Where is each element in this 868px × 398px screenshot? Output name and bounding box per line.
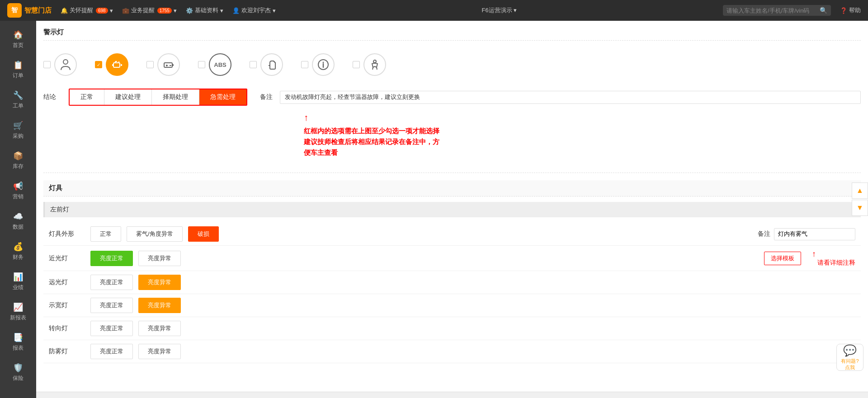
care-badge: 698 bbox=[96, 8, 108, 14]
warning-icon-oil[interactable] bbox=[250, 53, 283, 76]
btn-urgent-handle[interactable]: 急需处理 bbox=[199, 89, 246, 105]
btn-low-beam-normal[interactable]: 亮度正常 bbox=[90, 251, 133, 266]
sidebar-item-purchase[interactable]: 🛒 采购 bbox=[0, 116, 36, 145]
nav-basic-data[interactable]: ⚙️ 基础资料 ▾ bbox=[186, 6, 223, 14]
home-icon: 🏠 bbox=[13, 30, 23, 40]
question-icon: ❓ bbox=[840, 7, 847, 14]
btn-exterior-foggy[interactable]: 雾气/角度异常 bbox=[127, 226, 183, 242]
f6-selector[interactable]: F6运营演示 ▾ bbox=[482, 6, 517, 14]
btn-low-beam-abnormal[interactable]: 亮度异常 bbox=[138, 251, 181, 266]
high-beam-label: 远光灯 bbox=[49, 278, 85, 286]
annotation-text: 红框内的选项需在上图至少勾选一项才能选择 建议技师检查后将相应结果记录在备注中，… bbox=[304, 126, 439, 158]
svg-line-17 bbox=[373, 67, 373, 70]
checkbox-engine[interactable]: ✓ bbox=[95, 61, 102, 68]
checkbox-abs[interactable] bbox=[198, 61, 205, 68]
nav-business-reminder[interactable]: 💼 业务提醒 1755 ▾ bbox=[122, 6, 177, 14]
nav-care-reminder[interactable]: 🔔 关怀提醒 698 ▾ bbox=[61, 6, 113, 14]
sidebar-item-orders[interactable]: 📋 订单 bbox=[0, 56, 36, 84]
select-template-button[interactable]: 选择模板 bbox=[764, 252, 801, 265]
svg-point-16 bbox=[373, 60, 376, 63]
sidebar-item-performance[interactable]: 📊 业绩 bbox=[0, 267, 36, 296]
app-name: 智慧门店 bbox=[24, 6, 52, 15]
conclusion-label: 结论 bbox=[43, 93, 61, 101]
main-content: 警示灯 ✓ bbox=[36, 21, 868, 398]
warning-icon-engine[interactable]: ✓ bbox=[95, 53, 128, 76]
scroll-up-button[interactable]: ▲ bbox=[852, 183, 868, 199]
nav-user-welcome[interactable]: 👤 欢迎刘宇杰 ▾ bbox=[232, 6, 276, 14]
checkbox-figure[interactable] bbox=[353, 61, 360, 68]
svg-point-0 bbox=[63, 60, 68, 64]
lights-sub-title: 左前灯 bbox=[43, 202, 861, 217]
light-row-low-beam: 近光灯 亮度正常 亮度异常 选择模板 ↑ 请看详细注释 bbox=[43, 246, 861, 271]
help-bubble[interactable]: 💬 有问题?点我 bbox=[836, 344, 863, 371]
bell-icon: 🔔 bbox=[61, 7, 68, 14]
gear-icon: ⚙️ bbox=[186, 7, 193, 14]
width-lamp-label: 示宽灯 bbox=[49, 301, 85, 309]
checkbox-battery[interactable] bbox=[146, 61, 154, 68]
btn-exterior-damaged[interactable]: 破损 bbox=[188, 226, 219, 242]
btn-turn-abnormal[interactable]: 亮度异常 bbox=[138, 321, 181, 336]
conclusion-group: 正常 建议处理 择期处理 急需处理 bbox=[69, 89, 247, 106]
remarks-label: 备注 bbox=[260, 93, 273, 101]
lights-section: 灯具 左前灯 灯具外形 正常 雾气/角度异常 破损 备注 近光灯 亮度正常 亮度… bbox=[43, 180, 861, 363]
btn-normal[interactable]: 正常 bbox=[70, 89, 104, 105]
btn-high-beam-abnormal[interactable]: 亮度异常 bbox=[138, 275, 181, 290]
note-text: 请看详细注释 bbox=[817, 259, 855, 267]
nav-help[interactable]: ❓ 帮助 bbox=[840, 6, 861, 14]
btn-fog-normal[interactable]: 亮度正常 bbox=[90, 344, 133, 359]
low-beam-label: 近光灯 bbox=[49, 254, 85, 262]
btn-exterior-normal[interactable]: 正常 bbox=[90, 226, 121, 242]
sidebar-item-marketing[interactable]: 📢 营销 bbox=[0, 177, 36, 205]
warning-icon-person[interactable] bbox=[43, 53, 77, 76]
performance-icon: 📊 bbox=[13, 272, 23, 282]
fog-lamp-label: 防雾灯 bbox=[49, 347, 85, 356]
chevron-down-icon3: ▾ bbox=[220, 7, 223, 14]
light-row-fog-lamp: 防雾灯 亮度正常 亮度异常 bbox=[43, 340, 861, 363]
orders-icon: 📋 bbox=[13, 60, 23, 70]
engine-warning-icon bbox=[106, 53, 128, 76]
sidebar-item-new-reports[interactable]: 📈 新报表 bbox=[0, 298, 36, 326]
sidebar-item-home[interactable]: 🏠 首页 bbox=[0, 25, 36, 54]
sidebar-item-insurance[interactable]: 🛡️ 保险 bbox=[0, 358, 36, 387]
chevron-down-icon4: ▾ bbox=[273, 7, 276, 14]
exterior-remarks-input[interactable] bbox=[774, 228, 855, 240]
btn-suggest-handle[interactable]: 建议处理 bbox=[104, 89, 152, 105]
btn-width-lamp-normal[interactable]: 亮度正常 bbox=[90, 298, 133, 313]
sidebar-item-inventory[interactable]: 📦 库存 bbox=[0, 146, 36, 175]
svg-rect-1 bbox=[113, 63, 120, 67]
user-icon: 👤 bbox=[232, 7, 240, 14]
warning-icon-battery[interactable] bbox=[146, 53, 180, 76]
btn-fog-abnormal[interactable]: 亮度异常 bbox=[138, 344, 181, 359]
abs-warning-icon: ABS bbox=[209, 53, 231, 76]
search-icon[interactable]: 🔍 bbox=[820, 7, 827, 14]
warning-icon-info[interactable] bbox=[301, 53, 335, 76]
sidebar-item-reports[interactable]: 📑 报表 bbox=[0, 328, 36, 356]
search-box[interactable]: 🔍 bbox=[723, 5, 831, 16]
logo-icon: 智 bbox=[7, 3, 22, 18]
new-reports-icon: 📈 bbox=[13, 302, 23, 312]
bottom-scrollbar[interactable] bbox=[36, 392, 868, 398]
sidebar-item-data[interactable]: ☁️ 数据 bbox=[0, 207, 36, 235]
btn-width-lamp-abnormal[interactable]: 亮度异常 bbox=[138, 298, 181, 313]
chevron-down-icon5: ▾ bbox=[514, 7, 517, 14]
help-label: 有问题?点我 bbox=[841, 358, 859, 371]
sidebar-item-finance[interactable]: 💰 财务 bbox=[0, 237, 36, 266]
sidebar-item-workorders[interactable]: 🔧 工单 bbox=[0, 86, 36, 114]
workorder-icon: 🔧 bbox=[13, 90, 23, 100]
warning-lights-title: 警示灯 bbox=[43, 28, 861, 41]
checkbox-person[interactable] bbox=[43, 61, 51, 68]
svg-line-18 bbox=[377, 67, 377, 70]
search-input[interactable] bbox=[726, 7, 817, 14]
warning-icon-figure[interactable] bbox=[353, 53, 386, 76]
checkbox-info[interactable] bbox=[301, 61, 308, 68]
btn-deferred-handle[interactable]: 择期处理 bbox=[152, 89, 199, 105]
btn-turn-normal[interactable]: 亮度正常 bbox=[90, 321, 133, 336]
warning-icon-abs[interactable]: ABS bbox=[198, 53, 231, 76]
conclusion-remarks-input[interactable] bbox=[280, 91, 861, 104]
btn-high-beam-normal[interactable]: 亮度正常 bbox=[90, 275, 133, 290]
warning-icons-row: ✓ bbox=[43, 46, 861, 85]
app-logo[interactable]: 智 智慧门店 bbox=[7, 3, 52, 18]
checkbox-oil[interactable] bbox=[250, 61, 257, 68]
data-icon: ☁️ bbox=[13, 211, 23, 221]
scroll-down-button[interactable]: ▼ bbox=[852, 200, 868, 216]
